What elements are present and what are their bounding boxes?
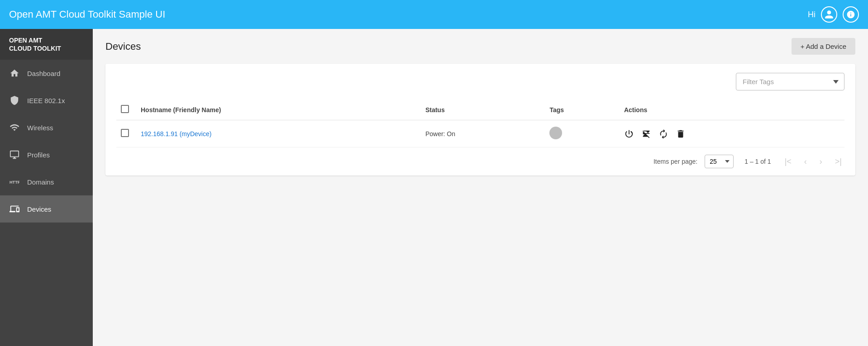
page-header: Devices + Add a Device (93, 29, 868, 64)
cell-actions (620, 120, 844, 147)
sidebar-item-label-devices: Devices (27, 205, 51, 213)
sidebar-item-devices[interactable]: Devices (0, 195, 93, 223)
sidebar-logo: OPEN AMT CLOUD TOOLKIT (0, 29, 93, 60)
sidebar-item-wireless[interactable]: Wireless (0, 114, 93, 141)
devices-card: Filter Tags Hostname (Friendly Name) (105, 64, 855, 175)
next-page-button[interactable]: › (817, 156, 825, 167)
col-tags: Tags (545, 100, 620, 120)
row-checkbox-cell (116, 120, 136, 147)
svg-text:HTTP: HTTP (10, 180, 19, 185)
header-right: Hi (808, 6, 859, 23)
top-header: Open AMT Cloud Toolkit Sample UI Hi (0, 0, 868, 29)
main-content: Devices + Add a Device Filter Tags (93, 29, 868, 346)
sidebar-item-profiles[interactable]: Profiles (0, 141, 93, 168)
app-title: Open AMT Cloud Toolkit Sample UI (9, 9, 808, 20)
page-title: Devices (105, 41, 141, 52)
devices-table-wrap: Hostname (Friendly Name) Status Tags Act… (105, 100, 855, 147)
items-per-page-label: Items per page: (653, 158, 697, 165)
devices-table: Hostname (Friendly Name) Status Tags Act… (116, 100, 844, 147)
monitor-icon (9, 149, 20, 160)
items-per-page-select[interactable]: 10 25 50 100 (705, 155, 734, 168)
no-sleep-icon[interactable] (641, 129, 651, 139)
refresh-icon[interactable] (658, 129, 668, 139)
col-actions: Actions (620, 100, 844, 120)
cell-tags (545, 120, 620, 147)
wifi-icon (9, 122, 20, 133)
sidebar: OPEN AMT CLOUD TOOLKIT Dashboard IEEE 80… (0, 29, 93, 346)
pagination-range: 1 – 1 of 1 (744, 158, 771, 165)
add-device-button[interactable]: + Add a Device (792, 38, 855, 55)
row-checkbox[interactable] (121, 129, 129, 137)
sidebar-item-dashboard[interactable]: Dashboard (0, 60, 93, 87)
sidebar-item-label-profiles: Profiles (27, 151, 50, 159)
filter-row: Filter Tags (105, 64, 855, 100)
shield-icon (9, 95, 20, 106)
sidebar-item-label-wireless: Wireless (27, 124, 53, 132)
pagination-row: Items per page: 10 25 50 100 1 – 1 of 1 … (105, 147, 855, 175)
power-icon[interactable] (624, 129, 634, 139)
tag-chip (549, 127, 562, 139)
first-page-button[interactable]: |< (782, 156, 794, 167)
sidebar-item-label-ieee8021x: IEEE 802.1x (27, 97, 65, 104)
header-checkbox-cell (116, 100, 136, 120)
select-all-checkbox[interactable] (121, 105, 129, 113)
sidebar-item-domains[interactable]: HTTP Domains (0, 168, 93, 195)
user-avatar-button[interactable] (821, 6, 837, 23)
delete-icon[interactable] (676, 129, 686, 139)
actions-container (624, 129, 840, 139)
device-icon (9, 204, 20, 214)
home-icon (9, 68, 20, 79)
table-header-row: Hostname (Friendly Name) Status Tags Act… (116, 100, 844, 120)
last-page-button[interactable]: >| (832, 156, 844, 167)
table-row: 192.168.1.91 (myDevice) Power: On (116, 120, 844, 147)
cell-hostname: 192.168.1.91 (myDevice) (136, 120, 421, 147)
greeting-text: Hi (808, 10, 816, 19)
filter-tags-select[interactable]: Filter Tags (736, 73, 844, 90)
sidebar-item-label-domains: Domains (27, 178, 54, 186)
info-button[interactable] (843, 6, 859, 23)
cell-status: Power: On (421, 120, 545, 147)
sidebar-item-label-dashboard: Dashboard (27, 70, 60, 77)
col-hostname: Hostname (Friendly Name) (136, 100, 421, 120)
http-icon: HTTP (9, 176, 20, 187)
prev-page-button[interactable]: ‹ (801, 156, 810, 167)
layout: OPEN AMT CLOUD TOOLKIT Dashboard IEEE 80… (0, 29, 868, 346)
col-status: Status (421, 100, 545, 120)
sidebar-item-ieee8021x[interactable]: IEEE 802.1x (0, 87, 93, 114)
